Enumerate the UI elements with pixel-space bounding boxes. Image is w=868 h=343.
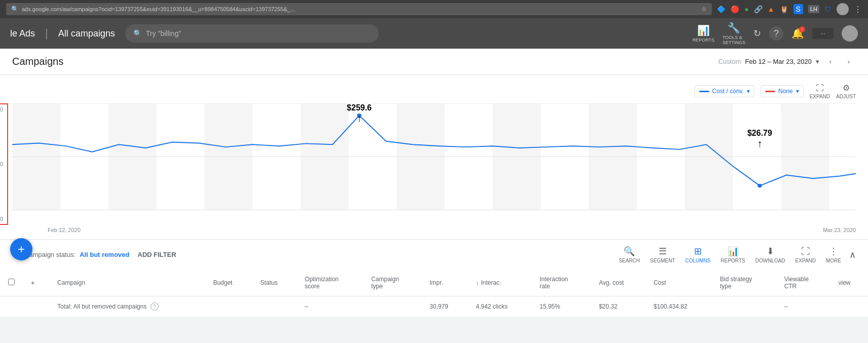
opt-score-col-header[interactable]: Optimization score <box>297 270 363 296</box>
ext-icon-4: 🔗 <box>754 5 763 13</box>
profile-avatar[interactable] <box>837 3 849 15</box>
chart-controls: Cost / conv. ▾ None ▾ ⛶ EXPAND ⚙ ADJUST <box>12 83 856 99</box>
total-opt-score: – <box>297 296 363 317</box>
global-search-bar[interactable]: 🔍 Try "billing" <box>125 24 379 43</box>
metric1-label: Cost / conv. <box>712 88 744 95</box>
chart-dates: Feb 12, 2020 Mar 23, 2020 <box>48 225 856 239</box>
user-avatar[interactable] <box>842 25 858 42</box>
budget-col-header[interactable]: Budget <box>205 270 252 296</box>
tools-icon: 🔧 <box>728 22 740 34</box>
table-header-row: ● Campaign Budget Status Optimization sc… <box>0 270 868 296</box>
adjust-chart-btn[interactable]: ⚙ ADJUST <box>836 83 856 99</box>
adjust-chart-icon: ⚙ <box>843 83 850 93</box>
fab-plus-icon: + <box>18 243 25 255</box>
bid-strategy-col-header[interactable]: Bid strategy type <box>712 270 776 296</box>
expand-table-btn[interactable]: ⛶ EXPAND <box>791 244 820 265</box>
viewable-ctr-col-header[interactable]: Viewable CTR <box>776 270 830 296</box>
segment-btn[interactable]: ☰ SEGMENT <box>646 244 679 265</box>
annotation2-arrow: ↑ <box>757 138 762 149</box>
chart-yaxis: $300.00 $150.00 $0.00 <box>0 103 8 225</box>
yaxis-bottom: $0.00 <box>0 216 3 222</box>
total-interaction-rate: 15.95% <box>531 296 591 317</box>
campaigns-table: ● Campaign Budget Status Optimization sc… <box>0 270 868 317</box>
interaction-rate-col-header[interactable]: Interaction rate <box>531 270 591 296</box>
refresh-icon[interactable]: ↻ <box>753 28 761 39</box>
segment-icon: ☰ <box>659 246 667 257</box>
cost-col-header[interactable]: Cost <box>645 270 712 296</box>
reports-btn[interactable]: 📊 REPORTS <box>693 24 714 43</box>
bookmark-icon[interactable]: ☆ <box>701 6 707 13</box>
interactions-col-header[interactable]: ↓Interac↓ <box>468 270 532 296</box>
columns-icon: ⊞ <box>694 246 702 257</box>
browser-bar: 🔍 ads.google.com/aw/campaigns?ocid=13973… <box>0 0 868 18</box>
total-bid-strategy <box>712 296 776 317</box>
filter-value[interactable]: All but removed <box>80 251 129 258</box>
campaign-col-header[interactable]: Campaign <box>49 270 205 296</box>
chart-date-end: Mar 23, 2020 <box>823 227 856 233</box>
collapse-btn[interactable]: ∧ <box>849 249 856 260</box>
view-col-header[interactable]: view <box>830 270 868 296</box>
download-label: DOWNLOAD <box>755 258 785 263</box>
page-header: Campaigns Custom Feb 12 – Mar 23, 2020 ▾… <box>0 49 868 75</box>
impr-col-header[interactable]: Impr. <box>421 270 467 296</box>
search-toolbar-btn[interactable]: 🔍 SEARCH <box>614 244 644 265</box>
status-col-header: ● <box>23 270 49 296</box>
status-col-header2[interactable]: Status <box>252 270 297 296</box>
expand-table-label: EXPAND <box>795 258 816 263</box>
date-dropdown-icon[interactable]: ▾ <box>816 58 819 65</box>
date-prev-btn[interactable]: ‹ <box>823 55 838 69</box>
metric1-dropdown-icon[interactable]: ▾ <box>747 88 750 95</box>
metric1-line-indicator <box>699 91 709 92</box>
user-account: ··· <box>812 28 834 39</box>
metric2-dropdown-icon[interactable]: ▾ <box>796 88 799 95</box>
metric1-selector[interactable]: Cost / conv. ▾ <box>695 85 754 97</box>
date-next-btn[interactable]: › <box>842 55 856 69</box>
app-header: le Ads | All campaigns 🔍 Try "billing" 📊… <box>0 18 868 49</box>
table-toolbar: 🔍 SEARCH ☰ SEGMENT ⊞ COLUMNS 📊 REPORTS ⬇… <box>614 244 856 265</box>
yaxis-top: $300.00 <box>0 106 3 112</box>
annotation2-marker <box>757 184 762 188</box>
ext-icon-s: S <box>793 4 803 14</box>
avg-cost-col-header[interactable]: Avg. cost <box>591 270 645 296</box>
annotation1-arrow: ↑ <box>357 112 362 124</box>
account-text: ··· <box>820 30 825 37</box>
app-brand: le Ads <box>10 28 35 39</box>
select-all-checkbox[interactable] <box>8 279 15 285</box>
annotation1-value: $259.6 <box>347 103 372 112</box>
total-label: Total: All but removed campaigns ? <box>49 296 205 317</box>
date-range-label: Custom <box>718 58 741 65</box>
date-range-section: Custom Feb 12 – Mar 23, 2020 ▾ ‹ › <box>718 55 856 69</box>
expand-chart-btn[interactable]: ⛶ EXPAND <box>810 84 830 99</box>
metric2-selector[interactable]: None ▾ <box>761 85 804 97</box>
ext-icon-2: 🔴 <box>731 5 739 13</box>
campaign-type-col-header[interactable]: Campaign type <box>363 270 421 296</box>
total-cost: $100,434.82 <box>645 296 712 317</box>
date-range-value: Feb 12 – Mar 23, 2020 <box>745 58 812 65</box>
expand-chart-icon: ⛶ <box>816 84 824 93</box>
help-icon[interactable]: ? <box>769 26 783 41</box>
reports-toolbar-btn[interactable]: 📊 REPORTS <box>717 244 749 265</box>
add-filter-btn[interactable]: ADD FILTER <box>137 251 176 258</box>
page-title: Campaigns <box>12 56 63 67</box>
total-help-icon[interactable]: ? <box>151 302 159 311</box>
ext-icon-1: 🔷 <box>717 5 726 13</box>
notifications-btn[interactable]: 🔔 ! <box>791 27 804 40</box>
fab-add-btn[interactable]: + <box>10 238 32 260</box>
tools-settings-btn[interactable]: 🔧 TOOLS &SETTINGS <box>722 22 745 45</box>
url-bar[interactable]: 🔍 ads.google.com/aw/campaigns?ocid=13973… <box>6 3 712 15</box>
total-interactions: 4,942 clicks <box>468 296 532 317</box>
columns-label: COLUMNS <box>685 258 711 263</box>
status-col-icon: ● <box>31 279 34 286</box>
ext-icon-5: ▲ <box>768 5 775 13</box>
segment-label: SEGMENT <box>650 258 675 263</box>
ext-icon-3: ● <box>744 5 748 13</box>
more-btn[interactable]: ⋮ MORE <box>822 244 845 265</box>
ext-icon-lh: LH <box>808 5 819 13</box>
download-btn[interactable]: ⬇ DOWNLOAD <box>751 244 789 265</box>
menu-icon[interactable]: ⋮ <box>854 5 862 14</box>
ext-icon-shield: 🛡 <box>824 5 831 13</box>
metric2-label: None <box>778 88 793 95</box>
expand-table-icon: ⛶ <box>801 246 810 257</box>
annotation2-value: $26.79 <box>747 129 772 138</box>
columns-btn[interactable]: ⊞ COLUMNS <box>681 244 715 265</box>
